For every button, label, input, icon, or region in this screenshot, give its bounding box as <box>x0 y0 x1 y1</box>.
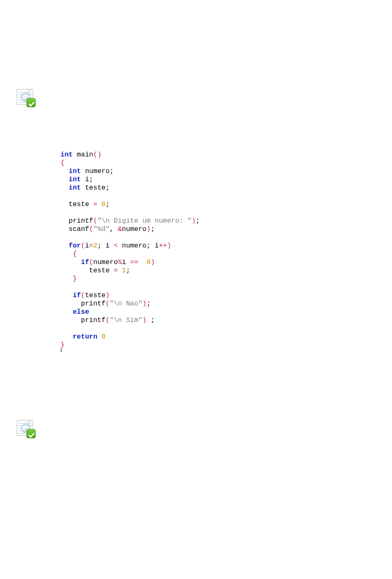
code-token: ; <box>151 225 155 233</box>
code-token: ( <box>89 258 93 266</box>
code-token: ; <box>196 217 200 225</box>
code-token: teste <box>81 184 106 192</box>
code-token: ; <box>110 167 114 175</box>
checkmark-badge-icon <box>26 98 36 107</box>
code-token: ; <box>106 200 110 208</box>
code-token: int <box>69 175 81 183</box>
code-token: i <box>81 175 89 183</box>
code-token: int <box>60 151 73 159</box>
code-token: = <box>89 242 93 250</box>
code-token: i <box>122 258 130 266</box>
code-token: int <box>69 167 81 175</box>
code-token: teste <box>89 267 113 274</box>
code-token: ; <box>147 300 151 308</box>
code-token: ; <box>89 175 93 183</box>
code-token: { <box>73 250 77 258</box>
code-token: ; <box>106 184 110 192</box>
code-token: ; <box>151 316 155 324</box>
doc-verified-icon <box>16 419 36 439</box>
code-token: numero <box>93 258 118 266</box>
code-token: i <box>85 242 89 250</box>
code-token: if <box>81 258 89 266</box>
code-token: for <box>69 242 81 250</box>
code-token: 0 <box>147 258 151 266</box>
code-token: teste <box>85 291 106 299</box>
code-token: if <box>73 291 81 299</box>
code-token: % <box>118 258 122 266</box>
code-token: ) <box>147 225 151 233</box>
code-token: 0 <box>101 333 106 341</box>
code-token: printf <box>81 300 106 308</box>
code-token: numero <box>118 242 147 250</box>
code-token: main <box>73 151 94 159</box>
code-token: < <box>114 242 118 250</box>
code-token: , <box>110 225 118 233</box>
doc-verified-icon <box>16 88 36 108</box>
code-token <box>97 333 101 341</box>
code-token: ; <box>97 242 101 250</box>
code-token: ) <box>167 242 171 250</box>
code-token: } <box>60 341 65 349</box>
code-token: printf <box>81 316 106 324</box>
code-token: ( <box>89 225 93 233</box>
code-token: scanf <box>69 225 89 233</box>
code-token: ) <box>151 258 155 266</box>
code-token: & <box>118 225 122 233</box>
code-token: "\n Sim" <box>110 316 142 324</box>
code-token: ( <box>81 242 85 250</box>
code-token: { <box>60 159 65 167</box>
code-token: teste <box>69 200 93 208</box>
code-token <box>118 267 122 274</box>
code-token: ( <box>81 291 85 299</box>
text-cursor: I <box>60 349 248 353</box>
code-token: ) <box>192 217 196 225</box>
code-token <box>147 316 151 324</box>
code-token: 0 <box>101 200 106 208</box>
code-snippet: int main() { int numero; int i; int test… <box>60 151 248 353</box>
code-token: == <box>130 258 138 266</box>
code-token: 1 <box>122 267 126 274</box>
code-token: ) <box>142 300 147 308</box>
code-token: ( <box>106 300 110 308</box>
code-token: "%d" <box>93 225 110 233</box>
code-token: 2 <box>93 242 97 250</box>
code-token: printf <box>69 217 93 225</box>
code-token: int <box>69 184 81 192</box>
code-token: else <box>73 308 89 316</box>
code-token: return <box>73 333 97 341</box>
code-token: numero <box>122 225 147 233</box>
code-token: ( <box>106 316 110 324</box>
code-token: i <box>151 242 159 250</box>
code-token: = <box>93 200 97 208</box>
checkmark-badge-icon <box>26 429 36 438</box>
code-token <box>138 258 147 266</box>
code-token: numero <box>81 167 110 175</box>
code-token: ; <box>126 267 130 274</box>
code-token: ) <box>142 316 147 324</box>
code-token: } <box>73 275 77 283</box>
code-token: ++ <box>159 242 167 250</box>
code-token: = <box>114 267 118 274</box>
code-token: () <box>93 151 101 159</box>
code-token: i <box>101 242 114 250</box>
code-token: ; <box>147 242 151 250</box>
code-token: ) <box>106 291 110 299</box>
code-token: ( <box>93 217 97 225</box>
code-token: "\n Nao" <box>110 300 142 308</box>
code-token: "\n Digite um numero: " <box>97 217 192 225</box>
code-token <box>97 200 101 208</box>
